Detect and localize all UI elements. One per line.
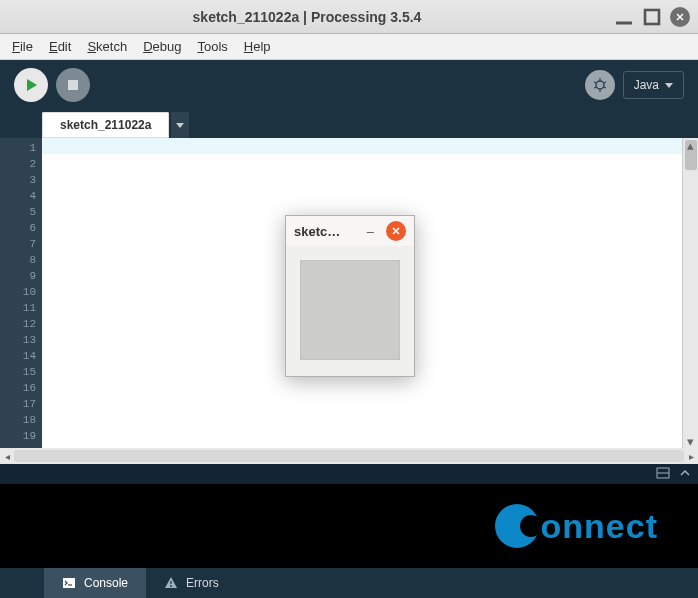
tab-errors[interactable]: Errors <box>146 568 237 598</box>
panel-collapse-icon[interactable] <box>678 466 692 483</box>
scroll-left-arrow[interactable]: ◂ <box>0 451 14 462</box>
horizontal-scrollbar[interactable]: ◂ ▸ <box>0 448 698 464</box>
brand-text: onnect <box>541 507 658 546</box>
warning-icon <box>164 576 178 590</box>
chevron-down-icon <box>176 123 184 128</box>
line-number-gutter: 12345678910111213141516171819 <box>0 138 42 448</box>
console-icon <box>62 576 76 590</box>
line-number: 19 <box>2 428 36 444</box>
line-number: 13 <box>2 332 36 348</box>
sketch-close-button[interactable] <box>386 221 406 241</box>
line-number: 17 <box>2 396 36 412</box>
line-number: 9 <box>2 268 36 284</box>
menu-edit[interactable]: Edit <box>43 37 77 56</box>
menu-file[interactable]: File <box>6 37 39 56</box>
run-button[interactable] <box>14 68 48 102</box>
line-number: 11 <box>2 300 36 316</box>
errors-label: Errors <box>186 576 219 590</box>
mode-label: Java <box>634 78 659 92</box>
sketch-window-titlebar: sketc… – <box>286 216 414 246</box>
scroll-up-arrow[interactable]: ▴ <box>683 138 698 152</box>
line-number: 3 <box>2 172 36 188</box>
line-number: 10 <box>2 284 36 300</box>
line-number: 16 <box>2 380 36 396</box>
svg-point-6 <box>596 81 604 89</box>
brand-c-icon <box>495 504 539 548</box>
svg-rect-1 <box>645 10 659 24</box>
window-title: sketch_211022a | Processing 3.5.4 <box>8 9 606 25</box>
tabbar: sketch_211022a <box>0 110 698 138</box>
line-number: 12 <box>2 316 36 332</box>
window-titlebar: sketch_211022a | Processing 3.5.4 <box>0 0 698 34</box>
current-line-highlight <box>42 138 682 154</box>
bottom-tabs: Console Errors <box>0 568 698 598</box>
menu-sketch[interactable]: Sketch <box>81 37 133 56</box>
line-number: 7 <box>2 236 36 252</box>
line-number: 5 <box>2 204 36 220</box>
sketch-minimize-button[interactable]: – <box>363 224 378 239</box>
line-number: 2 <box>2 156 36 172</box>
menu-tools[interactable]: Tools <box>191 37 233 56</box>
hscroll-track[interactable] <box>14 450 684 462</box>
tab-console[interactable]: Console <box>44 568 146 598</box>
line-number: 14 <box>2 348 36 364</box>
scroll-right-arrow[interactable]: ▸ <box>684 451 698 462</box>
tab-sketch[interactable]: sketch_211022a <box>42 112 169 138</box>
scroll-down-arrow[interactable]: ▾ <box>683 434 698 448</box>
line-number: 4 <box>2 188 36 204</box>
minimize-button[interactable] <box>614 7 634 27</box>
line-number: 8 <box>2 252 36 268</box>
menu-help[interactable]: Help <box>238 37 277 56</box>
maximize-button[interactable] <box>642 7 662 27</box>
close-button[interactable] <box>670 7 690 27</box>
line-number: 15 <box>2 364 36 380</box>
sketch-canvas <box>300 260 400 360</box>
panel-toolbar <box>0 464 698 484</box>
toolbar: Java <box>0 60 698 110</box>
menu-debug[interactable]: Debug <box>137 37 187 56</box>
sketch-window-title: sketc… <box>294 224 363 239</box>
panel-toggle-icon[interactable] <box>656 466 670 483</box>
vertical-scrollbar[interactable]: ▴ ▾ <box>682 138 698 448</box>
stop-button[interactable] <box>56 68 90 102</box>
debug-icon[interactable] <box>585 70 615 100</box>
tab-dropdown[interactable] <box>171 112 189 138</box>
line-number: 18 <box>2 412 36 428</box>
menubar: File Edit Sketch Debug Tools Help <box>0 34 698 60</box>
console-output: onnect <box>0 484 698 568</box>
console-label: Console <box>84 576 128 590</box>
brand-logo: onnect <box>495 504 658 548</box>
svg-point-19 <box>170 585 172 587</box>
mode-selector[interactable]: Java <box>623 71 684 99</box>
svg-marker-4 <box>27 79 37 91</box>
line-number: 1 <box>2 140 36 156</box>
sketch-run-window[interactable]: sketc… – <box>285 215 415 377</box>
svg-rect-5 <box>68 80 78 90</box>
chevron-down-icon <box>665 83 673 88</box>
line-number: 6 <box>2 220 36 236</box>
svg-rect-15 <box>63 578 75 588</box>
